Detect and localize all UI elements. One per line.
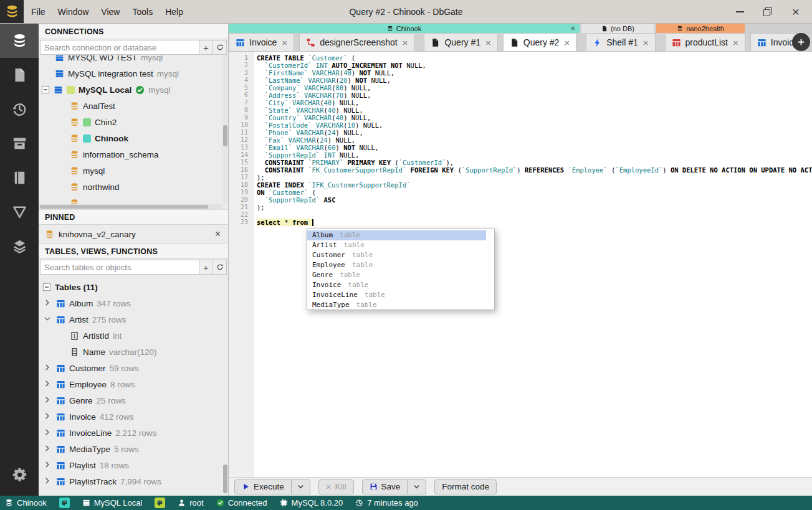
connection-item[interactable]: MySQL Localmysql (39, 82, 222, 98)
table-row[interactable]: Invoice412 rows (39, 408, 228, 425)
chevron-right-icon[interactable] (44, 412, 52, 422)
connection-item[interactable]: MySQL integration testmysql (39, 65, 222, 82)
menu-file[interactable]: File (31, 7, 45, 17)
chevron-right-icon[interactable] (44, 396, 52, 405)
tab-productlist[interactable]: productList× (665, 33, 745, 51)
database-item[interactable]: Chinook (39, 130, 222, 146)
chevron-right-icon[interactable] (44, 461, 52, 470)
autocomplete-item[interactable]: MediaTypetable (307, 300, 494, 310)
kill-button[interactable]: × Kill (318, 479, 354, 494)
refresh-objects-button[interactable] (213, 260, 227, 275)
autocomplete-item[interactable]: Employeetable (307, 260, 494, 270)
database-item[interactable]: AnalTest (39, 98, 222, 114)
rail-item-layers[interactable] (0, 229, 39, 263)
tab-group-chinook[interactable]: Chinook× (229, 24, 580, 33)
chevron-right-icon[interactable] (44, 477, 52, 486)
close-tab-button[interactable]: × (643, 38, 649, 47)
play-icon (242, 483, 250, 491)
tab-query-1[interactable]: Query #1× (424, 33, 497, 51)
table-row[interactable]: MediaType5 rows (39, 441, 228, 457)
autocomplete-item[interactable]: Customertable (307, 250, 494, 260)
statusbar-user: root (178, 498, 203, 508)
close-tab-button[interactable]: × (403, 38, 408, 47)
table-row[interactable]: InvoiceLine2,212 rows (39, 425, 228, 441)
table-row-count: 5 rows (114, 445, 139, 454)
table-row[interactable]: Genre25 rows (39, 392, 228, 408)
rail-item-funnel[interactable] (0, 195, 39, 229)
connections-search-input[interactable] (40, 40, 199, 55)
unpin-button[interactable]: × (215, 229, 221, 239)
menu-tools[interactable]: Tools (132, 7, 153, 17)
menu-view[interactable]: View (101, 7, 120, 17)
close-tab-button[interactable]: × (282, 38, 287, 47)
pinned-item[interactable]: knihovna_v2_canary × (39, 225, 228, 243)
chevron-right-icon[interactable] (44, 445, 52, 454)
rail-item-archive[interactable] (0, 126, 39, 161)
chevron-down-icon[interactable] (44, 315, 52, 324)
table-row[interactable]: Employee8 rows (39, 376, 228, 392)
autocomplete-item[interactable]: Albumtable (307, 230, 486, 240)
autocomplete-item[interactable]: Artisttable (307, 240, 494, 250)
menu-help[interactable]: Help (165, 7, 183, 17)
database-item[interactable]: information_schema (39, 146, 222, 163)
database-item[interactable]: Chin2 (39, 114, 222, 130)
autocomplete-item[interactable]: Genretable (307, 270, 494, 280)
tab-group-label: nano2health (686, 25, 724, 32)
tab-invoice[interactable]: Invoice× (229, 33, 294, 51)
database-item[interactable]: northwind (39, 179, 222, 195)
connections-hscrollbar-thumb[interactable] (40, 205, 208, 209)
refresh-connections-button[interactable] (213, 40, 227, 55)
connections-scrollbar-thumb[interactable] (223, 125, 227, 146)
rail-item-database[interactable] (0, 24, 39, 58)
close-tab-button[interactable]: × (733, 38, 738, 47)
database-item[interactable]: mysql (39, 163, 222, 179)
connections-hscrollbar-track[interactable] (39, 204, 222, 209)
collapse-toggle[interactable] (41, 85, 50, 94)
table-row[interactable]: PlaylistTrack7,994 rows (39, 473, 228, 489)
menu-window[interactable]: Window (58, 7, 89, 17)
connections-scrollbar-track[interactable] (222, 55, 228, 204)
chevron-right-icon[interactable] (44, 299, 52, 308)
color-swatch (83, 118, 91, 126)
close-button[interactable]: × (791, 7, 801, 17)
save-options-button[interactable] (408, 479, 426, 494)
rail-item-gear[interactable] (0, 458, 39, 492)
sql-editor[interactable]: 1CREATE TABLE `Customer` (2 `CustomerId`… (229, 52, 812, 477)
autocomplete-item[interactable]: Invoicetable (307, 280, 494, 290)
tab-group-nano2health[interactable]: nano2health (656, 24, 745, 33)
rail-item-history[interactable] (0, 92, 39, 126)
connection-item[interactable]: MYSQL WD TESTmysql (39, 55, 222, 65)
objects-scrollbar-thumb[interactable] (223, 465, 227, 493)
chevron-right-icon[interactable] (44, 364, 52, 373)
collapse-toggle[interactable] (42, 283, 51, 291)
table-row[interactable]: Album347 rows (39, 295, 228, 311)
autocomplete-item[interactable]: InvoiceLinetable (307, 290, 494, 300)
execute-options-button[interactable] (292, 479, 310, 494)
tables-root-row[interactable]: Tables (11) (39, 279, 228, 295)
column-row[interactable]: Namevarchar(120) (39, 344, 228, 360)
chevron-right-icon[interactable] (44, 428, 52, 438)
minimize-button[interactable] (735, 7, 745, 17)
table-row[interactable]: Playlist18 rows (39, 457, 228, 473)
tab-group-no-db[interactable]: (no DB) (581, 24, 654, 33)
new-tab-button[interactable] (792, 33, 810, 51)
column-row[interactable]: 1ArtistIdint (39, 328, 228, 344)
execute-button[interactable]: Execute (234, 479, 292, 494)
tab-query-2[interactable]: Query #2× (503, 33, 576, 51)
rail-item-book[interactable] (0, 161, 39, 195)
save-button[interactable]: Save (362, 479, 408, 494)
restore-button[interactable] (763, 7, 773, 17)
tab-shell-1[interactable]: Shell #1× (586, 33, 655, 51)
close-tab-button[interactable]: × (564, 38, 570, 47)
chevron-right-icon[interactable] (44, 380, 52, 389)
format-code-button[interactable]: Format code (434, 479, 497, 494)
close-tab-button[interactable]: × (485, 38, 491, 47)
close-tab-group-button[interactable]: × (570, 24, 575, 33)
rail-item-file[interactable] (0, 58, 39, 92)
objects-search-input[interactable] (40, 260, 199, 275)
tab-designerscreenshot[interactable]: designerScreenshot× (299, 33, 414, 51)
table-row[interactable]: Customer59 rows (39, 360, 228, 376)
table-row[interactable]: Artist275 rows (39, 311, 228, 328)
add-connection-button[interactable]: + (199, 40, 213, 55)
add-object-button[interactable]: + (199, 260, 213, 275)
